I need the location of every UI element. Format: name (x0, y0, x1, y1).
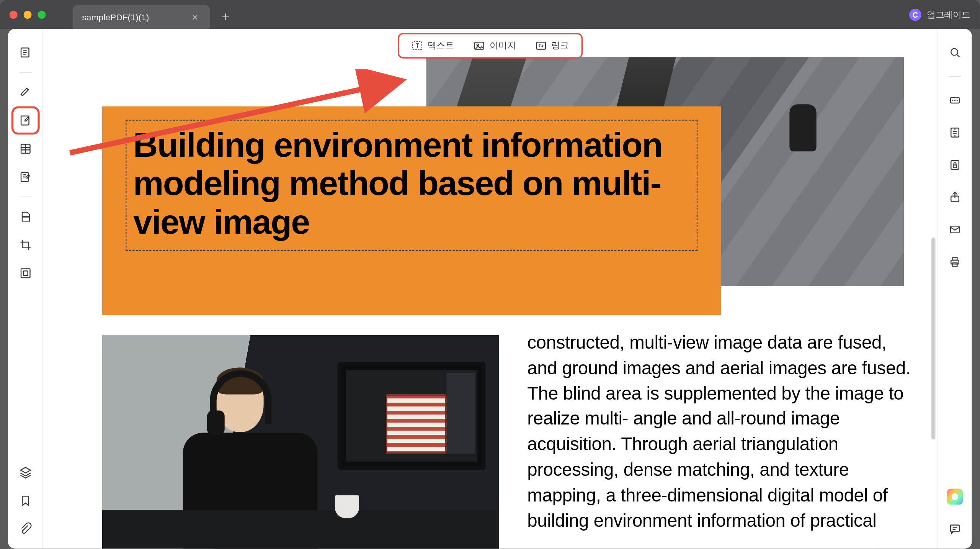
crop-tool-icon[interactable] (14, 234, 37, 257)
edit-link-label: 링크 (551, 40, 569, 52)
edit-text-label: 텍스트 (428, 40, 454, 52)
edit-image-button[interactable]: 이미지 (466, 37, 523, 55)
document-tab[interactable]: samplePDF(1)(1) × (73, 5, 210, 29)
window-maximize-button[interactable] (38, 10, 46, 18)
comment-panel-icon[interactable] (943, 518, 966, 541)
tab-title: samplePDF(1)(1) (82, 12, 149, 22)
edit-content-tool-icon[interactable] (14, 109, 37, 132)
protect-icon[interactable] (943, 154, 966, 177)
ocr-icon[interactable] (943, 89, 966, 112)
layers-icon[interactable] (14, 461, 37, 484)
title-bar: samplePDF(1)(1) × ＋ C 업그레이드 (0, 0, 980, 29)
window-minimize-button[interactable] (23, 10, 31, 18)
upgrade-button[interactable]: C 업그레이드 (909, 8, 970, 21)
svg-rect-4 (21, 269, 29, 278)
watermark-tool-icon[interactable] (14, 262, 37, 285)
share-icon[interactable] (943, 186, 966, 209)
close-tab-icon[interactable]: × (189, 11, 201, 23)
upgrade-label: 업그레이드 (927, 8, 970, 21)
svg-point-11 (951, 49, 957, 56)
edit-toolbar: 텍스트 이미지 링크 (397, 33, 582, 59)
document-body-text[interactable]: constructed, multi-view image data are f… (527, 331, 917, 534)
edit-link-button[interactable]: 링크 (528, 37, 576, 55)
upgrade-badge-icon: C (909, 8, 921, 21)
svg-rect-15 (953, 165, 956, 167)
annotate-tool-icon[interactable] (14, 41, 37, 64)
edit-text-button[interactable]: 텍스트 (404, 37, 461, 55)
left-toolbar (8, 29, 43, 549)
svg-point-8 (477, 44, 478, 46)
search-icon[interactable] (943, 41, 966, 64)
svg-rect-5 (23, 271, 28, 275)
print-icon[interactable] (943, 250, 966, 273)
mail-icon[interactable] (943, 218, 966, 241)
new-tab-button[interactable]: ＋ (219, 8, 232, 24)
svg-rect-19 (952, 257, 957, 260)
highlighter-tool-icon[interactable] (14, 81, 37, 104)
form-tool-icon[interactable] (14, 137, 37, 160)
right-toolbar (937, 29, 972, 549)
document-title-text[interactable]: Building environment information modelin… (126, 120, 697, 251)
app-logo-icon[interactable] (943, 485, 966, 508)
separator (949, 76, 961, 77)
svg-rect-9 (536, 42, 546, 49)
svg-rect-21 (950, 525, 959, 532)
desk-image (102, 335, 499, 549)
compress-icon[interactable] (943, 121, 966, 144)
bookmark-icon[interactable] (14, 489, 37, 512)
page-viewport[interactable]: Building environment information modelin… (43, 29, 937, 549)
svg-rect-18 (951, 260, 958, 264)
scrollbar[interactable] (931, 238, 936, 439)
fill-sign-tool-icon[interactable] (14, 166, 37, 188)
separator (19, 72, 31, 73)
title-block: Building environment information modelin… (102, 107, 721, 315)
svg-rect-20 (952, 263, 957, 266)
edit-image-label: 이미지 (490, 40, 516, 52)
traffic-lights (10, 10, 46, 18)
attachment-icon[interactable] (14, 518, 37, 541)
window-close-button[interactable] (10, 10, 18, 18)
redact-tool-icon[interactable] (14, 205, 37, 228)
separator (19, 197, 31, 197)
